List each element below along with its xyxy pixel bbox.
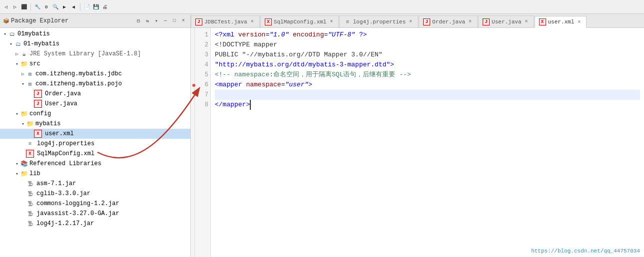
tab-close-jdbctest[interactable]: × [249,19,255,25]
icon-jdbc: ⊞ [26,70,34,78]
tree-item-lib[interactable]: ▾ 📁 lib [0,169,190,179]
toolbar-icon-1[interactable]: ◁ [2,3,10,11]
toolbar-icon-7[interactable]: ▶ [60,3,68,11]
arrow-pojo: ▾ [20,81,26,87]
tree-item-pojo[interactable]: ▾ ⊞ com.itzheng.mybatis.pojo [0,79,190,89]
arrow-jre: ▷ [14,51,20,57]
toolbar-icon-6[interactable]: 🔍 [51,3,59,11]
icon-lib: 📁 [20,170,28,178]
minimize-button[interactable]: — [161,17,169,25]
code-span: = [281,80,285,90]
toolbar-icon-11[interactable]: 🖨 [101,3,109,11]
code-span: PUBLIC "-//mybatis.org//DTD Mapper 3.0//… [215,50,382,60]
label-user-java: User.java [45,100,77,107]
tree-item-commons[interactable]: 🗜 commons-logging-1.2.jar [0,199,190,209]
tab-order[interactable]: J Order.java × [419,15,478,27]
explorer-package-icon: 📦 [3,18,9,24]
icon-javassist: 🗜 [26,210,34,218]
icon-01mybatis: 🗂 [8,30,16,38]
toolbar-icon-4[interactable]: 🔧 [33,3,41,11]
code-line-2: <!DOCTYPE mapper [215,40,640,50]
main-container: ◁ ▷ ⬛ 🔧 ⚙ 🔍 ▶ ◀ 📄 💾 🖨 📦 Package Explorer… [0,0,644,257]
cursor [250,100,255,110]
icon-user-xml: X [34,130,42,138]
tree-item-cglib[interactable]: 🗜 cglib-3.3.0.jar [0,189,190,199]
label-log4j-jar: log4j-1.2.17.jar [36,220,94,227]
line-num-8: 8 [197,100,208,110]
view-menu-button[interactable]: ▾ [152,17,160,25]
tab-user-xml[interactable]: X user.xml × [535,16,587,28]
icon-commons: 🗜 [26,200,34,208]
tab-sqlmapconfig[interactable]: X SqlMapConfig.xml × [260,15,339,27]
tree-item-mybatis[interactable]: ▾ 📁 mybatis [0,119,190,129]
toolbar-icon-10[interactable]: 💾 [92,3,100,11]
tab-icon-user-java: J [483,18,490,25]
tree-item-user-xml[interactable]: X user.xml [0,129,190,139]
tree-item-01-mybatis[interactable]: ▾ 🗂 01-mybatis [0,39,190,49]
tree-item-user-java[interactable]: J User.java [0,99,190,109]
icon-cglib: 🗜 [26,190,34,198]
code-line-7 [215,90,640,100]
editor-area: J JDBCTest.java × X SqlMapConfig.xml × ≡… [191,14,644,257]
divider-2 [80,3,80,11]
tree-item-log4j-jar[interactable]: 🗜 log4j-1.2.17.jar [0,219,190,229]
arrow-config: ▾ [14,111,20,117]
explorer-header-icons: ⊟ ⇆ ▾ — □ × [134,17,187,25]
tab-close-order[interactable]: × [467,19,473,25]
tree-item-jdbc[interactable]: ▷ ⊞ com.itzheng.mybatis.jdbc [0,69,190,79]
tab-icon-log4j: ≡ [344,18,351,25]
tab-close-log4j[interactable]: × [408,19,414,25]
arrow-01mybatis: ▾ [2,31,8,37]
label-log4j: log4j.properties [37,140,94,147]
icon-config: 📁 [20,110,28,118]
tree-item-jre[interactable]: ▷ ☕ JRE System Library [JavaSE-1.8] [0,49,190,59]
tree-item-sqlmap[interactable]: X SqlMapConfig.xml [0,149,190,159]
line-num-2: 2 [197,40,208,50]
link-editor-button[interactable]: ⇆ [143,17,151,25]
tree-item-ref-libs[interactable]: ▾ 📚 Referenced Libraries [0,159,190,169]
tab-user-java[interactable]: J User.java × [478,15,534,27]
maximize-button[interactable]: □ [170,17,178,25]
icon-mybatis: 📁 [26,120,34,128]
package-explorer: 📦 Package Explorer ⊟ ⇆ ▾ — □ × ▾ 🗂 01my [0,14,191,257]
tree-item-01mybatis[interactable]: ▾ 🗂 01mybatis [0,29,190,39]
arrow-01-mybatis: ▾ [8,41,14,47]
tree-item-src[interactable]: ▾ 📁 src [0,59,190,69]
line-num-1: 1 [197,30,208,40]
tree-item-order-java[interactable]: J Order.java [0,89,190,99]
label-sqlmap: SqlMapConfig.xml [37,150,94,157]
annotation-marker [192,84,195,87]
toolbar-icon-3[interactable]: ⬛ [20,3,28,11]
close-button[interactable]: × [179,17,187,25]
tab-label-log4j: log4j.properties [353,19,406,25]
tab-label-order: Order.java [432,19,465,25]
tab-close-sqlmapconfig[interactable]: × [328,19,334,25]
toolbar-icon-9[interactable]: 📄 [83,3,91,11]
toolbar-icon-2[interactable]: ▷ [11,3,19,11]
code-span: "1.0" [269,30,289,40]
line-num-4: 4 [197,60,208,70]
toolbar-icon-8[interactable]: ◀ [69,3,77,11]
arrow-src: ▾ [14,61,20,67]
label-config: config [29,110,51,117]
code-span: namespace [234,70,269,80]
tab-log4j[interactable]: ≡ log4j.properties × [339,15,418,27]
code-area[interactable]: <?xml version="1.0" encoding="UTF-8" ?> … [211,28,644,257]
toolbar-icon-5[interactable]: ⚙ [42,3,50,11]
tab-icon-jdbctest: J [195,18,202,25]
label-commons: commons-logging-1.2.jar [36,200,119,207]
collapse-all-button[interactable]: ⊟ [134,17,142,25]
tab-label-user-xml: user.xml [548,19,575,25]
tree-item-log4j[interactable]: ≡ log4j.properties [0,139,190,149]
code-span: </mapper> [215,100,250,110]
explorer-tree[interactable]: ▾ 🗂 01mybatis ▾ 🗂 01-mybatis ▷ ☕ JRE Sys… [0,28,190,257]
editor-content: 1 2 3 4 5 6 7 8 <?xml version="1.0" enco… [191,28,644,257]
tab-close-user-java[interactable]: × [524,19,530,25]
line-num-3: 3 [197,50,208,60]
tab-jdbctest[interactable]: J JDBCTest.java × [191,15,260,27]
code-span: encoding [293,30,324,40]
tab-close-user-xml[interactable]: × [576,19,582,25]
tree-item-asm[interactable]: 🗜 asm-7.1.jar [0,179,190,189]
tree-item-config[interactable]: ▾ 📁 config [0,109,190,119]
tree-item-javassist[interactable]: 🗜 javassist-3.27.0-GA.jar [0,209,190,219]
